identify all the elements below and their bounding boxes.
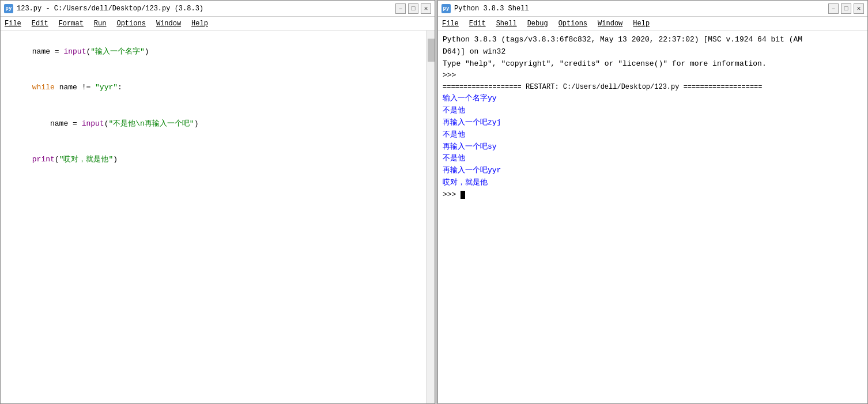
- shell-maximize-button[interactable]: □: [841, 3, 851, 14]
- shell-line-output1: 不是他: [443, 105, 863, 117]
- shell-prompt-final: >>>: [443, 189, 863, 201]
- editor-code-area[interactable]: name = input("输入一个名字") while name != "yy…: [1, 31, 435, 403]
- code-token: name !=: [55, 83, 95, 92]
- editor-title-text: 123.py - C:/Users/dell/Desktop/123.py (3…: [17, 5, 203, 13]
- shell-line-input4: 再输入一个吧yyr: [443, 165, 863, 177]
- editor-scrollbar[interactable]: [427, 31, 435, 403]
- shell-menu-shell[interactable]: Shell: [495, 19, 519, 28]
- code-line-1: name = input("输入一个名字"): [5, 34, 430, 70]
- code-token-input2: input: [82, 119, 104, 128]
- code-token-input: input: [63, 47, 86, 56]
- code-token: "哎对，就是他": [59, 155, 114, 164]
- shell-window-icon: py: [441, 4, 451, 13]
- editor-window-icon: py: [4, 4, 13, 13]
- shell-menu-window[interactable]: Window: [596, 19, 624, 28]
- editor-window: py 123.py - C:/Users/dell/Desktop/123.py…: [0, 0, 435, 404]
- shell-restart-line: =================== RESTART: C:/Users/de…: [443, 82, 863, 93]
- code-line-3: name = input("不是他\n再输入一个吧"): [5, 106, 430, 142]
- shell-line-1: Python 3.8.3 (tags/v3.8.3:6f8c832, May 1…: [443, 34, 863, 46]
- shell-title-left: py Python 3.8.3 Shell: [441, 4, 529, 13]
- editor-menu-format[interactable]: Format: [57, 19, 85, 28]
- shell-menu-file[interactable]: File: [440, 19, 461, 28]
- editor-menu-help[interactable]: Help: [190, 19, 210, 28]
- shell-menu-bar: File Edit Shell Debug Options Window Hel…: [438, 17, 867, 31]
- editor-scrollbar-thumb[interactable]: [428, 39, 435, 62]
- editor-title-left: py 123.py - C:/Users/dell/Desktop/123.py…: [4, 4, 203, 13]
- editor-menu-file[interactable]: File: [3, 19, 23, 28]
- shell-line-output2: 不是他: [443, 129, 863, 141]
- code-token: "不是他\n再输入一个吧": [108, 119, 194, 128]
- shell-line-output3: 不是他: [443, 153, 863, 165]
- shell-close-button[interactable]: ✕: [854, 3, 864, 14]
- shell-menu-edit[interactable]: Edit: [467, 19, 488, 28]
- code-token: "输入一个名字": [90, 47, 145, 56]
- editor-maximize-button[interactable]: □: [408, 3, 418, 14]
- shell-line-input1: 输入一个名字yy: [443, 93, 863, 105]
- code-token: "yyr": [95, 83, 118, 92]
- shell-line-output4: 哎对，就是他: [443, 177, 863, 189]
- shell-line-input3: 再输入一个吧sy: [443, 141, 863, 153]
- editor-close-button[interactable]: ✕: [421, 3, 431, 14]
- editor-menu-bar: File Edit Format Run Options Window Help: [1, 17, 435, 31]
- code-token: (: [55, 155, 59, 164]
- editor-window-controls: – □ ✕: [395, 3, 431, 14]
- shell-line-2: D64)] on win32: [443, 46, 863, 58]
- code-token: ): [145, 47, 149, 56]
- shell-minimize-button[interactable]: –: [828, 3, 839, 14]
- shell-window: py Python 3.8.3 Shell – □ ✕ File Edit Sh…: [437, 0, 868, 404]
- editor-menu-options[interactable]: Options: [115, 19, 147, 28]
- code-line-2: while name != "yyr":: [5, 70, 430, 105]
- shell-title-bar: py Python 3.8.3 Shell – □ ✕: [438, 1, 867, 17]
- shell-output-area[interactable]: Python 3.8.3 (tags/v3.8.3:6f8c832, May 1…: [438, 31, 867, 403]
- shell-cursor: [461, 191, 465, 199]
- code-token-while: while: [32, 83, 55, 92]
- editor-minimize-button[interactable]: –: [395, 3, 406, 14]
- code-token: name =: [32, 47, 64, 56]
- editor-title-bar: py 123.py - C:/Users/dell/Desktop/123.py…: [1, 1, 435, 17]
- shell-menu-debug[interactable]: Debug: [526, 19, 550, 28]
- code-token: name =: [32, 119, 82, 128]
- code-token: :: [118, 83, 122, 92]
- shell-line-3: Type "help", "copyright", "credits" or "…: [443, 58, 863, 70]
- shell-title-text: Python 3.8.3 Shell: [454, 5, 529, 13]
- shell-window-controls: – □ ✕: [828, 3, 864, 14]
- shell-line-4: >>>: [443, 70, 863, 82]
- shell-line-input2: 再输入一个吧zyj: [443, 117, 863, 129]
- editor-menu-run[interactable]: Run: [92, 19, 108, 28]
- code-line-4: print("哎对，就是他"): [5, 142, 430, 178]
- editor-menu-edit[interactable]: Edit: [30, 19, 50, 28]
- code-token: ): [113, 155, 118, 164]
- editor-menu-window[interactable]: Window: [154, 19, 183, 28]
- shell-menu-options[interactable]: Options: [557, 19, 589, 28]
- code-token-print: print: [32, 155, 55, 164]
- code-token: ): [194, 119, 199, 128]
- shell-menu-help[interactable]: Help: [631, 19, 651, 28]
